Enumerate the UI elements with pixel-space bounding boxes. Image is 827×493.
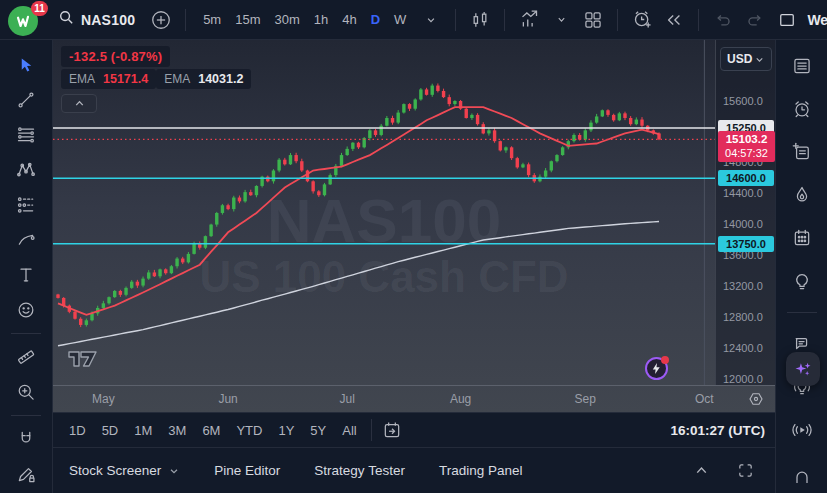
indicator-name: EMA	[69, 72, 95, 86]
tradingview-logo[interactable]	[67, 348, 99, 374]
ideas-icon[interactable]	[788, 269, 816, 293]
ai-assistant-button[interactable]	[786, 352, 820, 386]
month-label-may: May	[92, 392, 115, 406]
toolbar-separator	[617, 9, 618, 31]
drawing-lock-icon[interactable]	[12, 462, 40, 486]
chart-area[interactable]: NAS100 US 100 Cash CFD -132.5 (-0.87%) E…	[53, 40, 775, 412]
zoom-in-tool-icon[interactable]	[12, 380, 40, 404]
notes-icon[interactable]	[788, 140, 816, 164]
indicator-value: 15171.4	[103, 72, 148, 86]
indicators-icon[interactable]	[515, 6, 543, 34]
tab-trading-panel[interactable]: Trading Panel	[439, 463, 523, 478]
range-1m[interactable]: 1M	[126, 417, 160, 443]
timeframe-5m[interactable]: 5m	[196, 6, 228, 34]
layout-window-icon[interactable]	[773, 6, 801, 34]
measure-tool-icon[interactable]	[12, 345, 40, 369]
legend-change-row[interactable]: -132.5 (-0.87%)	[61, 46, 170, 67]
range-5y[interactable]: 5Y	[302, 417, 334, 443]
news-spark-badge[interactable]	[645, 357, 668, 380]
panel-maximize-icon[interactable]	[731, 457, 759, 485]
month-label-jun: Jun	[218, 392, 237, 406]
emoji-tool-icon[interactable]	[12, 298, 40, 322]
bar-replay-icon[interactable]	[660, 6, 688, 34]
tab-stock-screener[interactable]: Stock Screener	[69, 463, 180, 478]
brush-tool-icon[interactable]	[12, 228, 40, 252]
month-label-aug: Aug	[450, 392, 471, 406]
pattern-tool-icon[interactable]	[12, 158, 40, 182]
currency-selector[interactable]: USD	[720, 47, 772, 71]
timeframe-4h[interactable]: 4h	[335, 6, 363, 34]
month-label-sep: Sep	[575, 392, 596, 406]
last-price-value: 15103.2	[726, 133, 768, 147]
trend-line-tool-icon[interactable]	[12, 88, 40, 112]
session-clock[interactable]: 16:01:27 (UTC)	[670, 423, 767, 438]
right-sidebar	[775, 40, 827, 493]
currency-label: USD	[727, 52, 752, 66]
symbol-search-button[interactable]: NAS100	[50, 6, 143, 34]
compare-add-icon[interactable]	[147, 6, 175, 34]
month-label-oct: Oct	[695, 392, 714, 406]
layout-grid-icon[interactable]	[579, 6, 607, 34]
redo-icon[interactable]	[741, 6, 769, 34]
prediction-tool-icon[interactable]	[12, 193, 40, 217]
tab-pine-editor[interactable]: Pine Editor	[214, 463, 280, 478]
undo-icon[interactable]	[709, 6, 737, 34]
price-tick: 14000.0	[723, 218, 763, 230]
toolbar-separator	[371, 419, 372, 441]
timeframe-1h[interactable]: 1h	[307, 6, 335, 34]
help-icon[interactable]	[788, 461, 816, 485]
alerts-icon[interactable]	[788, 97, 816, 121]
create-alert-icon[interactable]	[628, 6, 656, 34]
cursor-tool-icon[interactable]	[12, 53, 40, 77]
calendar-icon[interactable]	[788, 226, 816, 250]
symbol-name: NAS100	[81, 12, 135, 28]
spark-notification-dot	[661, 356, 669, 364]
month-label-jul: Jul	[339, 392, 354, 406]
toolbar-separator	[185, 9, 186, 31]
layout-name-label[interactable]: Wealt	[807, 12, 827, 28]
legend-indicator-row[interactable]: EMA15171.4	[61, 69, 156, 89]
range-1d[interactable]: 1D	[61, 417, 94, 443]
toolbar-separator	[11, 333, 41, 334]
timeframe-w[interactable]: W	[387, 6, 413, 34]
tab-label: Trading Panel	[439, 463, 523, 478]
range-5d[interactable]: 5D	[94, 417, 127, 443]
toolbar-separator	[698, 9, 699, 31]
range-all[interactable]: All	[334, 417, 364, 443]
timeframe-d[interactable]: D	[364, 6, 387, 34]
date-range-toolbar: 1D5D1M3M6MYTD1Y5YAll 16:01:27 (UTC)	[53, 412, 775, 447]
timeframe-15m[interactable]: 15m	[228, 6, 267, 34]
range-1y[interactable]: 1Y	[270, 417, 302, 443]
level-price-label: 13750.0	[718, 236, 774, 252]
tab-label: Stock Screener	[69, 463, 161, 478]
toolbar-separator	[504, 9, 505, 31]
price-tick: 14400.0	[723, 187, 763, 199]
text-tool-icon[interactable]	[12, 263, 40, 287]
price-axis[interactable]: USD 15600.014800.014400.014000.013600.01…	[715, 40, 775, 385]
panel-expand-icon[interactable]	[687, 457, 715, 485]
broker-logo[interactable]: 11	[6, 3, 46, 37]
price-tick: 15600.0	[723, 95, 763, 107]
streams-icon[interactable]	[788, 418, 816, 442]
timeframe-dropdown-icon[interactable]	[417, 6, 445, 34]
legend-collapse-button[interactable]	[61, 94, 97, 113]
legend-indicator-row[interactable]: EMA14031.2	[156, 69, 251, 89]
price-tick: 13200.0	[723, 280, 763, 292]
range-ytd[interactable]: YTD	[228, 417, 270, 443]
time-axis[interactable]: MayJunJulAugSepOct	[53, 385, 775, 412]
magnet-tool-icon[interactable]	[12, 427, 40, 451]
indicators-dropdown-icon[interactable]	[547, 6, 575, 34]
go-to-date-icon[interactable]	[378, 416, 406, 444]
watchlist-icon[interactable]	[788, 54, 816, 78]
range-3m[interactable]: 3M	[160, 417, 194, 443]
timeframe-30m[interactable]: 30m	[267, 6, 306, 34]
hotlists-icon[interactable]	[788, 183, 816, 207]
tab-strategy-tester[interactable]: Strategy Tester	[314, 463, 405, 478]
chart-style-icon[interactable]	[466, 6, 494, 34]
axis-settings-gear-icon[interactable]	[746, 389, 766, 409]
price-tick: 12800.0	[723, 311, 763, 323]
range-6m[interactable]: 6M	[194, 417, 228, 443]
indicator-name: EMA	[164, 72, 190, 86]
timeframe-row: 5m15m30m1h4hDW	[196, 6, 413, 34]
fib-tool-icon[interactable]	[12, 123, 40, 147]
